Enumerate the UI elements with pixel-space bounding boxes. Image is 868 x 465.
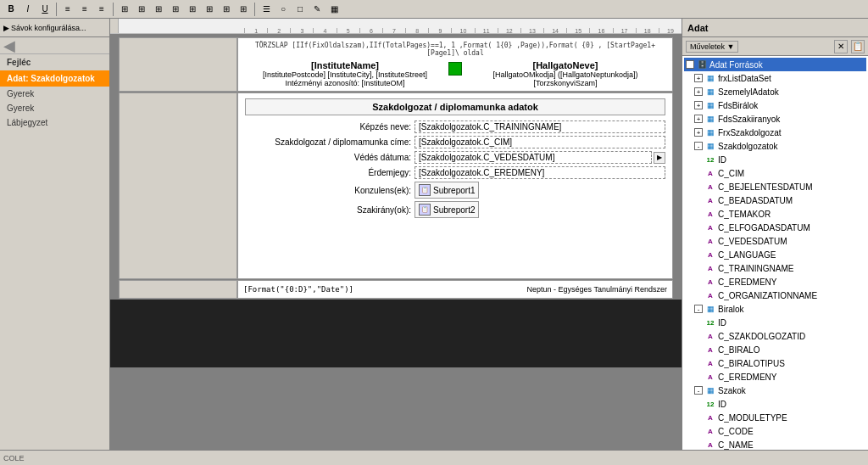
extra-btn4[interactable]: ✎ bbox=[309, 2, 325, 17]
tree-b-expand[interactable]: - bbox=[694, 305, 703, 313]
institute-info: [InstitutePostcode] [InstituteCity], [In… bbox=[242, 70, 448, 79]
tree-item-sk-NAME[interactable]: A C_NAME bbox=[684, 438, 866, 450]
tree-szemely-icon: ▦ bbox=[704, 86, 716, 98]
grid-btn6[interactable]: ⊞ bbox=[202, 2, 217, 17]
tree-item-b-ID[interactable]: 12 ID bbox=[684, 316, 866, 329]
field-row-vedes: Védés dátuma: [Szakdolgozatok.C_VEDESDAT… bbox=[245, 151, 665, 164]
extra-btn5[interactable]: ▦ bbox=[326, 2, 342, 17]
align-left-btn[interactable]: ≡ bbox=[60, 2, 75, 17]
tree-fdssz-expand[interactable]: + bbox=[694, 115, 703, 123]
tree-item-Szakdolgozatok[interactable]: - ▦ Szakdolgozatok bbox=[684, 139, 866, 153]
top-toolbar: B I U ≡ ≡ ≡ ⊞ ⊞ ⊞ ⊞ ⊞ ⊞ ⊞ ⊞ ☰ ○ □ ✎ ▦ bbox=[0, 0, 868, 19]
tree-item-Biralok[interactable]: - ▦ Biralok bbox=[684, 302, 866, 316]
tree-b-bir-label: C_BIRALO bbox=[718, 345, 760, 355]
configure-bands-label: Sávok konfigurálása... bbox=[11, 24, 86, 32]
page-header-band: TÖRZSLAP [IIf(FixOldalszam),IIf(TotalPag… bbox=[110, 37, 682, 92]
ruler-mark-16: 16 bbox=[589, 28, 612, 33]
tree-item-FdsSzakiiranyok[interactable]: + ▦ FdsSzakiiranyok bbox=[684, 112, 866, 126]
grid-btn4[interactable]: ⊞ bbox=[168, 2, 183, 17]
tree-item-frxListDataSet[interactable]: + ▦ frxListDataSet bbox=[684, 71, 866, 85]
tree-item-sk-ID[interactable]: 12 ID bbox=[684, 397, 866, 411]
tree-sz-cim-label: C_CIM bbox=[718, 169, 744, 178]
sidebar-item-gyerek1[interactable]: Gyerek bbox=[0, 87, 109, 101]
tree-item-sz-TRAININGNAME[interactable]: A C_TRAININGNAME bbox=[684, 261, 866, 275]
tree-sk-code-label: C_CODE bbox=[718, 427, 754, 436]
italic-btn[interactable]: I bbox=[20, 2, 36, 17]
grid-btn5[interactable]: ⊞ bbox=[185, 2, 200, 17]
right-panel-title: Adat bbox=[682, 19, 868, 37]
grid-btn1[interactable]: ⊞ bbox=[117, 2, 132, 17]
field-value-training: [Szakdolgozatok.C_TRAININGNAME] bbox=[415, 120, 665, 133]
tree-fdsbiralok-expand[interactable]: + bbox=[694, 101, 703, 109]
tree-sk-expand[interactable]: - bbox=[694, 386, 703, 395]
right-panel-title-text: Adat bbox=[687, 23, 708, 33]
torzskonyvi: [TorzskonyviSzam] bbox=[462, 79, 669, 87]
tree-item-b-SZAKDOLGOZATID[interactable]: A C_SZAKDOLGOZATID bbox=[684, 329, 866, 343]
tree-item-sz-ID[interactable]: 12 ID bbox=[684, 153, 866, 166]
subreport-box-szakirany: 📋 Subreport2 bbox=[415, 201, 479, 218]
tree-item-sz-LANGUAGE[interactable]: A C_LANGUAGE bbox=[684, 248, 866, 261]
tree-item-FrxSzakdolgozat[interactable]: + ▦ FrxSzakdolgozat bbox=[684, 126, 866, 139]
tree-item-sz-TEMAKOR[interactable]: A C_TEMAKOR bbox=[684, 207, 866, 221]
tree-item-sz-VEDESDATUM[interactable]: A C_VEDESDATUM bbox=[684, 234, 866, 248]
sidebar-item-gyerek2[interactable]: Gyerek bbox=[0, 101, 109, 115]
tree-root-expand[interactable]: - bbox=[686, 60, 694, 69]
tree-root[interactable]: - 🗄️ Adat Források bbox=[684, 58, 866, 71]
tree-item-sz-BEADASDATUM[interactable]: A C_BEADASDATUM bbox=[684, 193, 866, 207]
tree-item-b-BIRALO[interactable]: A C_BIRALO bbox=[684, 343, 866, 356]
tree-item-sz-CIM[interactable]: A C_CIM bbox=[684, 166, 866, 180]
main-area: ▶ Sávok konfigurálása... ◀ Fejléc Adat: … bbox=[0, 19, 868, 450]
field-label-training: Képzés neve: bbox=[245, 122, 415, 132]
right-panel: Adat Műveletek ▼ ✕ 📋 - 🗄️ Adat Források … bbox=[682, 19, 868, 450]
tree-item-sz-EREDMENY[interactable]: A C_EREDMENY bbox=[684, 275, 866, 289]
tree-item-sk-CODE[interactable]: A C_CODE bbox=[684, 424, 866, 438]
tree-frxList-expand[interactable]: + bbox=[694, 74, 703, 82]
tree-item-b-EREDMENY[interactable]: A C_EREDMENY bbox=[684, 370, 866, 384]
tree-szemely-expand[interactable]: + bbox=[694, 87, 703, 96]
tree-b-icon: ▦ bbox=[704, 303, 716, 315]
underline-btn[interactable]: U bbox=[37, 2, 53, 17]
bottom-black-area bbox=[110, 300, 682, 367]
tree-item-sk-MODULETYPE[interactable]: A C_MODULETYPE bbox=[684, 411, 866, 424]
tree-item-Szakok[interactable]: - ▦ Szakok bbox=[684, 384, 866, 397]
canvas-area[interactable]: 1 2 3 4 5 6 7 8 9 10 11 12 13 14 15 16 1 bbox=[110, 19, 682, 450]
footer-right-text: Neptun - Egységes Tanulmányi Rendszer bbox=[527, 285, 667, 294]
grid-btn8[interactable]: ⊞ bbox=[236, 2, 251, 17]
page-header-text: TÖRZSLAP [IIf(FixOldalszam),IIf(TotalPag… bbox=[242, 42, 669, 57]
ruler-mark-11: 11 bbox=[475, 28, 498, 33]
sidebar-item-labljegyzet[interactable]: Lábjegyzet bbox=[0, 115, 109, 130]
align-right-btn[interactable]: ≡ bbox=[94, 2, 109, 17]
muveletk-btn[interactable]: Műveletek ▼ bbox=[686, 41, 738, 53]
grid-btn2[interactable]: ⊞ bbox=[134, 2, 149, 17]
footer-band: [Format("{0:D}","Date")] Neptun - Egység… bbox=[110, 280, 682, 299]
hallgato-om: [HallgatoOMkodja] ([HallgatoNeptunkodja]… bbox=[462, 70, 669, 79]
tree-item-sz-ELFOGADASDATUM[interactable]: A C_ELFOGADASDATUM bbox=[684, 221, 866, 234]
grid-btn3[interactable]: ⊞ bbox=[151, 2, 166, 17]
configure-bands-btn[interactable]: ▶ Sávok konfigurálása... bbox=[0, 19, 109, 37]
tree-frxsz-expand[interactable]: + bbox=[694, 128, 703, 137]
tree-sz-tema-icon: A bbox=[704, 208, 716, 220]
field-expand-icon[interactable]: ▶ bbox=[654, 152, 665, 164]
tree-b-birt-icon: A bbox=[704, 357, 716, 369]
close-panel-btn[interactable]: ✕ bbox=[834, 40, 848, 53]
tree-sz-vedes-icon: A bbox=[704, 235, 716, 247]
tree-item-FdsBiralok[interactable]: + ▦ FdsBirálok bbox=[684, 98, 866, 112]
sidebar-item-adat[interactable]: Adat: Szakdolgozatok bbox=[0, 70, 109, 87]
tree-sz-ered-icon: A bbox=[704, 276, 716, 288]
extra-btn3[interactable]: □ bbox=[292, 2, 308, 17]
bold-btn[interactable]: B bbox=[3, 2, 19, 17]
extra-btn1[interactable]: ☰ bbox=[259, 2, 274, 17]
tree-fdssz-label: FdsSzakiiranyok bbox=[718, 115, 780, 124]
tree-sk-id-label: ID bbox=[718, 400, 726, 409]
tree-item-b-BIRALOTIPUS[interactable]: A C_BIRALOTIPUS bbox=[684, 356, 866, 370]
tree-sz-vedes-label: C_VEDESDATUM bbox=[718, 237, 787, 246]
extra-btn2[interactable]: ○ bbox=[275, 2, 291, 17]
grid-btn7[interactable]: ⊞ bbox=[219, 2, 234, 17]
tree-item-sz-BEJELENTESDATUM[interactable]: A C_BEJELENTESDATUM bbox=[684, 180, 866, 193]
tree-item-sz-ORGANIZATIONNAME[interactable]: A C_ORGANIZATIONNAME bbox=[684, 289, 866, 302]
align-center-btn[interactable]: ≡ bbox=[77, 2, 92, 17]
tree-item-SzemelylAdatok[interactable]: + ▦ SzemelylAdatok bbox=[684, 85, 866, 98]
sidebar-item-fejlec[interactable]: Fejléc bbox=[0, 54, 109, 70]
copy-panel-btn[interactable]: 📋 bbox=[851, 40, 865, 53]
tree-sz-expand[interactable]: - bbox=[694, 142, 703, 150]
